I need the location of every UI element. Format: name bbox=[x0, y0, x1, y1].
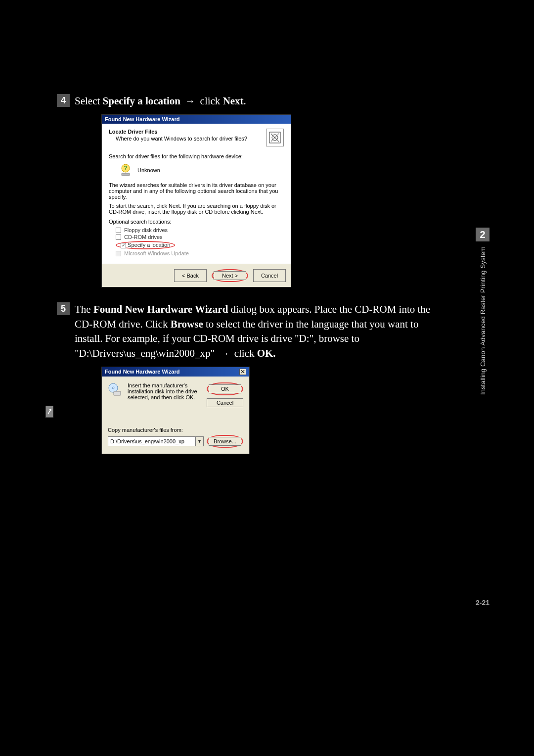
ok-button-highlight: OK bbox=[207, 382, 243, 395]
dialog-2-top: Insert the manufacturer's installation d… bbox=[108, 382, 243, 407]
browse-button[interactable]: Browse... bbox=[209, 437, 241, 446]
checkbox-specify[interactable]: ✓ bbox=[121, 243, 126, 248]
chapter-badge: 2 bbox=[476, 228, 490, 241]
copy-from-label: Copy manufacturer's files from: bbox=[108, 427, 243, 433]
device-name: Unknown bbox=[137, 167, 160, 173]
opt-cdrom: CD-ROM drives bbox=[116, 234, 284, 240]
dialog-2-btn-col: OK Cancel bbox=[207, 382, 243, 407]
s4-b1: Specify a location bbox=[103, 95, 181, 107]
opt-specify: ✓ Specify a location bbox=[116, 240, 284, 250]
dialog-1-body: Locate Driver Files Where do you want Wi… bbox=[102, 124, 291, 264]
page-number: 2-21 bbox=[476, 599, 490, 607]
s5-t3: click bbox=[231, 347, 257, 359]
next-button[interactable]: Next > bbox=[214, 271, 246, 280]
opt-msupdate: Microsoft Windows Update bbox=[116, 250, 284, 257]
opt-specify-label: Specify a location bbox=[128, 242, 170, 248]
cancel-button-2[interactable]: Cancel bbox=[207, 398, 243, 407]
s5-b2: Browse bbox=[171, 318, 203, 330]
cd-disk-icon bbox=[108, 382, 123, 396]
s5-pre: The bbox=[75, 303, 93, 315]
step-4-text: Select Specify a location → click Next. bbox=[75, 94, 443, 108]
dialog-2-screenshot: Found New Hardware Wizard Insert the man… bbox=[101, 367, 443, 454]
wizard-icon bbox=[266, 129, 284, 146]
dialog-2-bottom: ▼ Browse... bbox=[108, 435, 243, 448]
dialog-2-instruction: Insert the manufacturer's installation d… bbox=[128, 382, 202, 400]
locate-driver-files-sub: Where do you want Windows to search for … bbox=[109, 136, 266, 142]
page-link-icon[interactable] bbox=[45, 406, 53, 418]
svg-rect-7 bbox=[114, 391, 121, 395]
opt-msupdate-label: Microsoft Windows Update bbox=[124, 250, 189, 256]
wizard-para-1: The wizard searches for suitable drivers… bbox=[109, 182, 284, 200]
path-combobox[interactable]: ▼ bbox=[108, 436, 204, 446]
arrow-icon: → bbox=[217, 346, 231, 361]
checkbox-floppy[interactable] bbox=[116, 228, 121, 233]
step-4: 4 Select Specify a location → click Next… bbox=[57, 94, 443, 108]
s4-pre: Select bbox=[75, 95, 103, 107]
dialog-2-title-text: Found New Hardware Wizard bbox=[105, 369, 179, 375]
s5-b3: OK. bbox=[257, 347, 276, 359]
s4-mid2: click bbox=[197, 95, 222, 107]
s5-b1: Found New Hardware Wizard bbox=[93, 303, 228, 315]
page-content: 4 Select Specify a location → click Next… bbox=[57, 94, 443, 469]
checkbox-cdrom[interactable] bbox=[116, 235, 121, 240]
wizard-dialog-locate-driver: Found New Hardware Wizard Locate Driver … bbox=[101, 114, 291, 287]
dialog-1-header: Locate Driver Files Where do you want Wi… bbox=[109, 129, 284, 146]
dialog-1-footer: < Back Next > Cancel bbox=[102, 264, 291, 287]
opt-floppy-label: Floppy disk drives bbox=[124, 227, 168, 233]
checkbox-msupdate bbox=[116, 251, 121, 256]
step-number-4: 4 bbox=[57, 94, 70, 107]
search-for-text: Search for driver files for the followin… bbox=[109, 153, 284, 159]
ok-button[interactable]: OK bbox=[209, 384, 241, 393]
optional-locations-list: Floppy disk drives CD-ROM drives ✓ Speci… bbox=[109, 227, 284, 257]
dialog-1-title: Found New Hardware Wizard bbox=[102, 115, 291, 124]
cancel-button[interactable]: Cancel bbox=[253, 269, 286, 282]
device-row: ? Unknown bbox=[119, 163, 284, 177]
specify-location-highlight: ✓ Specify a location bbox=[116, 241, 175, 249]
unknown-device-icon: ? bbox=[119, 163, 133, 177]
s4-b2: Next bbox=[223, 95, 244, 107]
step-5: 5 The Found New Hardware Wizard dialog b… bbox=[57, 302, 443, 361]
locate-driver-files-heading: Locate Driver Files bbox=[109, 129, 266, 135]
chevron-down-icon[interactable]: ▼ bbox=[195, 437, 203, 446]
chapter-label: Installing Canon Advanced Raster Printin… bbox=[479, 246, 487, 395]
side-tab: 2 Installing Canon Advanced Raster Print… bbox=[476, 228, 490, 395]
svg-point-6 bbox=[112, 387, 114, 389]
dialog-1-header-text: Locate Driver Files Where do you want Wi… bbox=[109, 129, 266, 142]
browse-button-highlight: Browse... bbox=[207, 435, 243, 448]
svg-rect-4 bbox=[122, 173, 130, 176]
close-icon[interactable] bbox=[239, 369, 246, 375]
dialog-2-body: Insert the manufacturer's installation d… bbox=[102, 377, 249, 454]
opt-cdrom-label: CD-ROM drives bbox=[124, 234, 163, 240]
opt-floppy: Floppy disk drives bbox=[116, 227, 284, 234]
step-5-text: The Found New Hardware Wizard dialog box… bbox=[75, 302, 443, 361]
back-button[interactable]: < Back bbox=[174, 269, 207, 282]
wizard-dialog-insert-disk: Found New Hardware Wizard Insert the man… bbox=[101, 367, 250, 454]
optional-locations-label: Optional search locations: bbox=[109, 219, 284, 225]
svg-text:?: ? bbox=[124, 165, 127, 172]
s4-end: . bbox=[244, 95, 246, 107]
arrow-icon: → bbox=[183, 94, 197, 108]
dialog-1-screenshot: Found New Hardware Wizard Locate Driver … bbox=[101, 114, 443, 287]
path-input[interactable] bbox=[108, 438, 195, 444]
dialog-2-title: Found New Hardware Wizard bbox=[102, 367, 249, 377]
wizard-para-2: To start the search, click Next. If you … bbox=[109, 203, 284, 215]
step-number-5: 5 bbox=[57, 302, 70, 315]
next-button-highlight: Next > bbox=[212, 269, 248, 282]
